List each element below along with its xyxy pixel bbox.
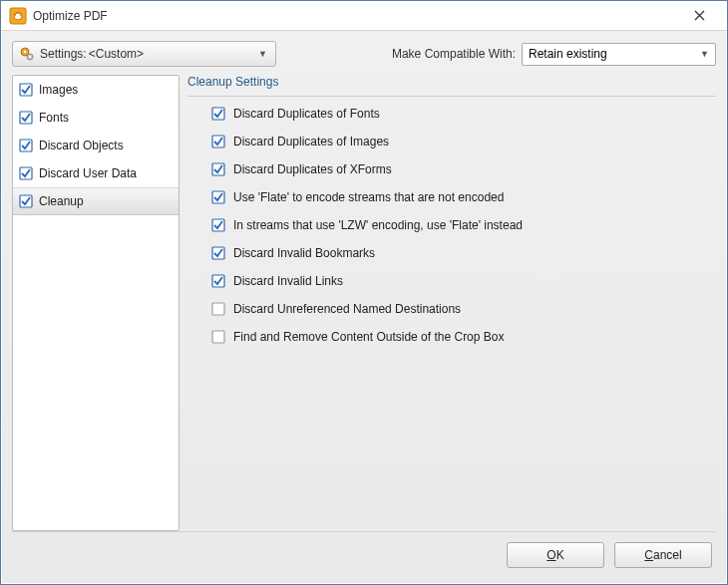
ok-button[interactable]: OK	[507, 542, 604, 568]
category-sidebar: Images Fonts Discard Objects Discard Use…	[12, 75, 180, 531]
sidebar-item-label: Fonts	[39, 111, 69, 125]
svg-rect-19	[212, 331, 224, 343]
svg-point-5	[29, 56, 31, 58]
sidebar-item-fonts[interactable]: Fonts	[13, 104, 179, 132]
svg-rect-17	[212, 275, 224, 287]
checkbox-icon[interactable]	[211, 330, 225, 344]
checkbox-icon[interactable]	[19, 166, 33, 180]
svg-rect-7	[20, 112, 32, 124]
checkbox-icon[interactable]	[211, 135, 225, 148]
sidebar-item-label: Discard Objects	[39, 139, 124, 152]
option-label: Discard Unreferenced Named Destinations	[233, 302, 461, 316]
option-discard-dup-images[interactable]: Discard Duplicates of Images	[211, 135, 716, 148]
sidebar-item-label: Discard User Data	[39, 166, 137, 180]
svg-rect-11	[212, 108, 224, 120]
cancel-button[interactable]: Cancel	[614, 542, 712, 568]
sidebar-item-discard-objects[interactable]: Discard Objects	[13, 132, 179, 159]
checkbox-icon[interactable]	[211, 107, 225, 121]
option-discard-invalid-bookmarks[interactable]: Discard Invalid Bookmarks	[211, 246, 716, 260]
checkbox-icon[interactable]	[211, 218, 225, 232]
window-title: Optimize PDF	[33, 9, 679, 23]
ok-label: OK	[546, 548, 563, 562]
checkbox-icon[interactable]	[19, 83, 33, 97]
options-list: Discard Duplicates of Fonts Discard Dupl…	[187, 107, 716, 344]
option-label: Use 'Flate' to encode streams that are n…	[233, 190, 504, 204]
svg-rect-18	[212, 303, 224, 315]
settings-dropdown[interactable]: Settings: <Custom> ▼	[12, 41, 276, 67]
option-discard-unref-named-dest[interactable]: Discard Unreferenced Named Destinations	[211, 302, 716, 316]
cancel-label: Cancel	[644, 548, 681, 562]
svg-rect-14	[212, 191, 224, 203]
checkbox-icon[interactable]	[19, 111, 33, 125]
svg-point-3	[24, 51, 27, 54]
checkbox-icon[interactable]	[211, 162, 225, 176]
option-flate-encode[interactable]: Use 'Flate' to encode streams that are n…	[211, 190, 716, 204]
sidebar-item-label: Images	[39, 83, 78, 97]
option-label: Find and Remove Content Outside of the C…	[233, 330, 504, 344]
checkbox-icon[interactable]	[211, 246, 225, 260]
checkbox-icon[interactable]	[211, 274, 225, 288]
option-discard-invalid-links[interactable]: Discard Invalid Links	[211, 274, 716, 288]
sidebar-item-label: Cleanup	[39, 194, 84, 208]
option-discard-dup-fonts[interactable]: Discard Duplicates of Fonts	[211, 107, 716, 121]
svg-rect-10	[20, 195, 32, 207]
option-remove-outside-cropbox[interactable]: Find and Remove Content Outside of the C…	[211, 330, 716, 344]
svg-rect-8	[20, 140, 32, 151]
dialog-footer: OK Cancel	[12, 531, 716, 577]
option-lzw-to-flate[interactable]: In streams that use 'LZW' encoding, use …	[211, 218, 716, 232]
settings-panel: Cleanup Settings Discard Duplicates of F…	[187, 75, 716, 531]
checkbox-icon[interactable]	[211, 302, 225, 316]
sidebar-item-discard-user-data[interactable]: Discard User Data	[13, 159, 179, 187]
dialog-body: Settings: <Custom> ▼ Make Compatible Wit…	[1, 31, 727, 584]
compat-wrap: Make Compatible With: Retain existing ▼	[392, 43, 716, 66]
chevron-down-icon: ▼	[258, 49, 267, 59]
option-label: Discard Invalid Links	[233, 274, 343, 288]
option-discard-dup-xforms[interactable]: Discard Duplicates of XForms	[211, 162, 716, 176]
compat-dropdown[interactable]: Retain existing ▼	[522, 43, 716, 66]
option-label: Discard Duplicates of XForms	[233, 162, 392, 176]
titlebar: Optimize PDF	[1, 1, 727, 31]
checkbox-icon[interactable]	[19, 139, 33, 152]
compat-label: Make Compatible With:	[392, 47, 516, 61]
svg-rect-12	[212, 136, 224, 147]
option-label: Discard Duplicates of Fonts	[233, 107, 380, 121]
option-label: Discard Invalid Bookmarks	[233, 246, 375, 260]
app-icon	[9, 7, 27, 25]
svg-rect-16	[212, 247, 224, 259]
settings-label: Settings:	[40, 47, 87, 61]
compat-value: Retain existing	[529, 47, 607, 61]
main-row: Images Fonts Discard Objects Discard Use…	[12, 75, 716, 531]
settings-value: <Custom>	[89, 47, 144, 61]
svg-rect-9	[20, 167, 32, 179]
panel-header: Cleanup Settings	[187, 75, 716, 97]
svg-rect-6	[20, 84, 32, 96]
svg-rect-13	[212, 163, 224, 175]
svg-rect-15	[212, 219, 224, 231]
top-row: Settings: <Custom> ▼ Make Compatible Wit…	[12, 41, 716, 67]
gear-icon	[19, 46, 35, 62]
chevron-down-icon: ▼	[700, 49, 709, 59]
checkbox-icon[interactable]	[211, 190, 225, 204]
option-label: Discard Duplicates of Images	[233, 135, 389, 148]
sidebar-item-images[interactable]: Images	[13, 76, 179, 104]
close-button[interactable]	[679, 2, 719, 30]
dialog-window: Optimize PDF Settings: <Custom> ▼	[0, 0, 728, 585]
sidebar-item-cleanup[interactable]: Cleanup	[13, 187, 179, 215]
option-label: In streams that use 'LZW' encoding, use …	[233, 218, 523, 232]
checkbox-icon[interactable]	[19, 194, 33, 208]
